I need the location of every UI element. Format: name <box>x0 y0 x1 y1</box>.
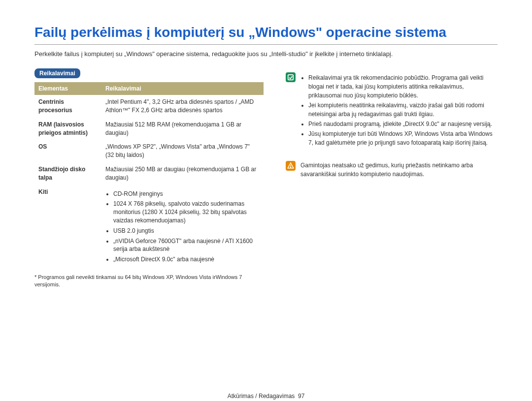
list-item: „Microsoft DirectX 9.0c" arba naujesnė <box>113 255 260 264</box>
info-note-box: Reikalavimai yra tik rekomendacinio pobū… <box>281 68 498 152</box>
table-row: Kiti CD-ROM įrenginys 1024 X 768 pikseli… <box>34 185 264 269</box>
info-list: Reikalavimai yra tik rekomendacinio pobū… <box>300 72 493 148</box>
row-value-hdd: Mažiausiai 250 MB ar daugiau (rekomenduo… <box>101 162 264 185</box>
list-item: Prieš naudodami programą, įdiekite „Dire… <box>308 120 493 128</box>
warning-note-box: Gamintojas neatsako už gedimus, kurių pr… <box>281 157 498 183</box>
page: Failų perkėlimas į kompiuterį su „Window… <box>0 0 532 401</box>
page-footer: Atkūrimas / Redagavimas 97 <box>34 393 498 400</box>
list-item: USB 2.0 jungtis <box>113 227 260 235</box>
right-column: Reikalavimai yra tik rekomendacinio pobū… <box>281 68 498 294</box>
footer-page-number: 97 <box>298 393 304 400</box>
row-value-other: CD-ROM įrenginys 1024 X 768 pikselių, sp… <box>101 185 264 269</box>
table-row: OS „Windows XP SP2", „Windows Vista" arb… <box>34 140 264 162</box>
row-label-os: OS <box>34 140 101 162</box>
svg-rect-0 <box>288 75 294 80</box>
row-value-os: „Windows XP SP2", „Windows Vista" arba „… <box>101 140 264 162</box>
col-header-element: Elementas <box>34 82 101 95</box>
footer-label: Atkūrimas / Redagavimas <box>228 393 295 400</box>
svg-point-2 <box>290 167 291 168</box>
list-item: „nVIDIA Geforce 7600GT" arba naujesnė / … <box>113 237 260 254</box>
intro-text: Perkelkite failus į kompiuterį su „Windo… <box>34 50 498 59</box>
list-item: 1024 X 768 pikselių, spalvoto vaizdo sud… <box>113 200 260 224</box>
other-list: CD-ROM įrenginys 1024 X 768 pikselių, sp… <box>105 190 260 264</box>
warning-text: Gamintojas neatsako už gedimus, kurių pr… <box>300 161 493 179</box>
table-row: Centrinis procesorius „Intel Pentium 4",… <box>34 95 264 118</box>
list-item: CD-ROM įrenginys <box>113 190 260 198</box>
footnote-text: * Programos gali neveikti tinkamai su 64… <box>34 274 264 289</box>
row-label-ram: RAM (laisvosios prieigos atmintis) <box>34 118 101 140</box>
col-header-requirements: Reikalavimai <box>101 82 264 95</box>
table-header-row: Elementas Reikalavimai <box>34 82 264 95</box>
list-item: Jūsų kompiuteryje turi būti Windows XP, … <box>308 129 493 147</box>
warning-icon <box>286 161 296 171</box>
left-column: Reikalavimai Elementas Reikalavimai Cent… <box>34 68 264 294</box>
requirements-table: Elementas Reikalavimai Centrinis proceso… <box>34 82 264 269</box>
row-label-hdd: Standžiojo disko talpa <box>34 162 101 185</box>
row-label-cpu: Centrinis procesorius <box>34 95 101 118</box>
table-row: RAM (laisvosios prieigos atmintis) Mažia… <box>34 118 264 140</box>
list-item: Jei kompiuteris neatitinka reikalavimų, … <box>308 101 493 119</box>
row-label-other: Kiti <box>34 185 101 269</box>
table-row: Standžiojo disko talpa Mažiausiai 250 MB… <box>34 162 264 185</box>
row-value-ram: Mažiausiai 512 MB RAM (rekomenduojama 1 … <box>101 118 264 140</box>
columns: Reikalavimai Elementas Reikalavimai Cent… <box>34 68 498 294</box>
list-item: Reikalavimai yra tik rekomendacinio pobū… <box>308 73 493 100</box>
requirements-badge: Reikalavimai <box>34 68 80 78</box>
row-value-cpu: „Intel Pentium 4", 3,2 GHz arba didesnės… <box>101 95 264 118</box>
page-title: Failų perkėlimas į kompiuterį su „Window… <box>34 25 498 45</box>
info-icon <box>286 72 296 82</box>
